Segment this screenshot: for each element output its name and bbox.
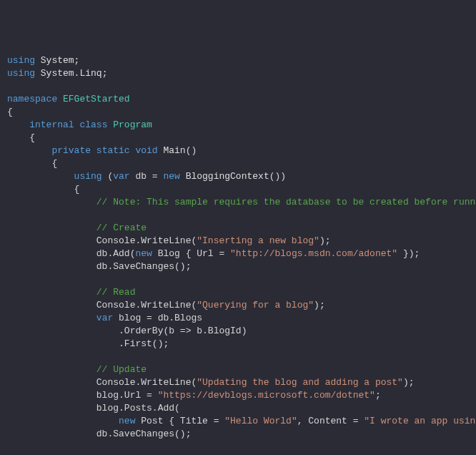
assignment: db = [130, 171, 164, 182]
parentheses: () [186, 145, 197, 156]
keyword-static: static [91, 145, 130, 156]
statement: Console.WriteLine( [7, 235, 197, 246]
string-literal: "Hello World" [224, 416, 297, 426]
keyword-internal: internal [7, 119, 74, 130]
keyword-var: var [113, 171, 129, 182]
statement: Console.WriteLine( [7, 300, 197, 310]
statement: db.SaveChanges(); [7, 429, 191, 439]
namespace-ref: System; [35, 55, 79, 66]
paren: ( [102, 171, 114, 182]
statement: .OrderBy(b => b.BlogId) [7, 326, 247, 336]
statement: .First(); [7, 338, 169, 349]
keyword-using: using [7, 171, 102, 182]
comment-note: // Note: This sample requires the databa… [7, 197, 476, 207]
keyword-using: using [7, 55, 35, 66]
keyword-var: var [96, 313, 113, 323]
keyword-void: void [130, 145, 158, 156]
string-literal: "https://devblogs.microsoft.com/dotnet" [158, 390, 375, 401]
brace-open: { [7, 132, 35, 143]
paren: ()) [269, 171, 286, 182]
statement: Console.WriteLine( [7, 377, 197, 388]
statement-end: ); [319, 235, 331, 246]
code-editor: using System; using System.Linq; namespa… [7, 54, 476, 455]
string-literal: "http://blogs.msdn.com/adonet" [230, 248, 397, 259]
object-init: Blog { Url = [152, 248, 230, 259]
comment-create: // Create [7, 222, 147, 233]
keyword-new: new [163, 171, 179, 182]
statement: db.Add( [7, 248, 135, 259]
namespace-ref: System.Linq; [35, 68, 107, 79]
statement: blog.Url = [7, 390, 158, 401]
keyword-new: new [135, 248, 152, 259]
class-name: Program [107, 119, 152, 130]
brace-open: { [7, 184, 79, 195]
statement-end: ); [403, 377, 415, 388]
keyword-private: private [7, 145, 91, 156]
comment-update: // Update [7, 364, 147, 375]
string-literal: "Inserting a new blog" [197, 235, 319, 246]
object-init: Post { Title = [135, 416, 224, 426]
statement: db.SaveChanges(); [7, 261, 191, 272]
namespace-name: EFGetStarted [57, 94, 129, 104]
brace-open: { [7, 107, 13, 117]
statement-end: ); [314, 300, 325, 310]
method-name: Main [158, 145, 186, 156]
object-init: , Content = [297, 416, 365, 426]
string-literal: "Updating the blog and adding a post" [197, 377, 403, 388]
statement-end: ; [375, 390, 381, 401]
indent [7, 416, 119, 426]
statement-end: }); [397, 248, 420, 259]
statement: blog.Posts.Add( [7, 403, 180, 414]
keyword-class: class [74, 119, 108, 130]
string-literal: "I wrote an app using [364, 416, 476, 426]
type-name: BloggingContext [180, 171, 269, 182]
statement: blog = db.Blogs [113, 313, 202, 323]
keyword-namespace: namespace [7, 94, 57, 104]
indent [7, 313, 96, 323]
brace-open: { [7, 158, 57, 169]
keyword-new: new [119, 416, 135, 426]
comment-read: // Read [7, 287, 135, 298]
keyword-using: using [7, 68, 35, 79]
string-literal: "Querying for a blog" [197, 300, 314, 310]
